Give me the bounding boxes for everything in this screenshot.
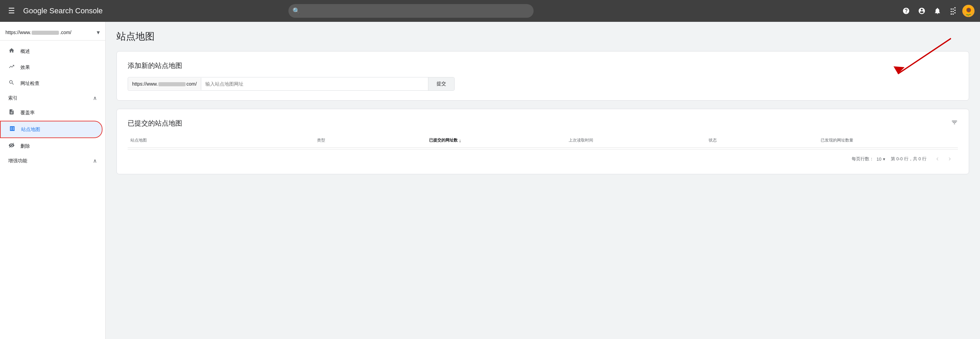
blurred-domain	[158, 82, 186, 86]
topnav: ☰ Google Search Console 🔍 🌻	[0, 0, 980, 22]
col-sitemap: 站点地图	[128, 136, 314, 145]
search-icon	[8, 80, 15, 87]
main-content: 站点地图 添加新的站点地图 https://www.com/ 提交	[105, 22, 980, 339]
layout: https://www..com/ ▾ 概述 效果 网址检查 索引 ∧	[0, 22, 980, 339]
rows-per-page: 每页行数： 10 ▾	[852, 156, 885, 162]
sidebar-item-label-overview: 概述	[21, 48, 30, 54]
enhancements-chevron-icon: ∧	[93, 158, 97, 164]
help-icon[interactable]	[900, 5, 913, 18]
col-type: 类型	[314, 136, 426, 145]
menu-icon[interactable]: ☰	[5, 4, 18, 18]
coverage-icon	[8, 109, 15, 117]
col-submitted-urls[interactable]: 已提交的网址数 ↓	[426, 136, 566, 145]
search-bar: 🔍	[288, 4, 534, 18]
account-icon[interactable]	[915, 5, 928, 18]
pagination-info: 第 0-0 行，共 0 行	[891, 156, 926, 162]
removals-icon	[8, 142, 15, 150]
add-sitemap-card: 添加新的站点地图 https://www.com/ 提交	[116, 51, 969, 101]
sidebar-item-label-url-inspection: 网址检查	[21, 80, 40, 86]
sitemap-input-row: https://www.com/ 提交	[128, 77, 455, 91]
col-discovered-urls: 已发现的网址数量	[818, 136, 958, 145]
avatar[interactable]: 🌻	[962, 5, 975, 17]
sitemap-icon	[9, 125, 16, 133]
index-section-header[interactable]: 索引 ∧	[0, 91, 105, 105]
add-sitemap-title: 添加新的站点地图	[128, 61, 958, 70]
submitted-sitemaps-card: 已提交的站点地图 站点地图 类型 已提交的网址数 ↓ 上次读取时间 状态 已发现…	[116, 109, 969, 174]
sidebar: https://www..com/ ▾ 概述 效果 网址检查 索引 ∧	[0, 22, 105, 339]
search-input[interactable]	[288, 4, 534, 18]
sitemap-url-prefix: https://www.com/	[128, 78, 201, 90]
sidebar-item-url-inspection[interactable]: 网址检查	[0, 75, 102, 91]
sidebar-item-label-performance: 效果	[21, 64, 30, 70]
prev-page-button[interactable]	[932, 154, 943, 165]
submitted-header: 已提交的站点地图	[128, 119, 958, 128]
home-icon	[8, 47, 15, 55]
apps-icon[interactable]	[947, 5, 959, 18]
table-footer: 每页行数： 10 ▾ 第 0-0 行，共 0 行	[128, 149, 958, 165]
topnav-right: 🌻	[900, 5, 975, 18]
app-name: Google Search Console	[23, 6, 103, 15]
sidebar-item-removals[interactable]: 删除	[0, 138, 102, 154]
next-page-button[interactable]	[944, 154, 955, 165]
site-selector[interactable]: https://www..com/ ▾	[0, 24, 105, 41]
sidebar-item-performance[interactable]: 效果	[0, 59, 102, 75]
rows-chevron-icon: ▾	[883, 157, 885, 162]
sitemap-url-input[interactable]	[201, 78, 428, 90]
enhancements-section-header[interactable]: 增强功能 ∧	[0, 154, 105, 168]
sidebar-item-label-removals: 删除	[21, 143, 30, 149]
page-title: 站点地图	[116, 30, 969, 43]
chevron-down-icon: ▾	[97, 29, 100, 36]
sidebar-item-overview[interactable]: 概述	[0, 43, 102, 59]
sidebar-item-coverage[interactable]: 覆盖率	[0, 105, 102, 121]
submit-button[interactable]: 提交	[428, 77, 454, 90]
filter-icon[interactable]	[951, 119, 958, 128]
col-last-read: 上次读取时间	[566, 136, 706, 145]
avatar-emoji: 🌻	[963, 5, 975, 17]
rows-per-page-label: 每页行数：	[852, 156, 874, 162]
site-url: https://www..com/	[5, 30, 97, 35]
app-logo: Google Search Console	[23, 6, 103, 15]
pagination-buttons	[932, 154, 955, 165]
trending-icon	[8, 64, 15, 71]
submitted-sitemaps-title: 已提交的站点地图	[128, 119, 182, 128]
chevron-up-icon: ∧	[93, 95, 97, 101]
search-icon: 🔍	[293, 7, 300, 15]
sidebar-item-label-coverage: 覆盖率	[21, 110, 35, 116]
rows-per-page-value: 10	[877, 157, 881, 162]
sort-arrow-icon: ↓	[459, 138, 461, 143]
enhancements-section-label: 增强功能	[8, 158, 27, 164]
col-status: 状态	[706, 136, 818, 145]
rows-per-page-select[interactable]: 10 ▾	[877, 157, 885, 162]
sidebar-item-sitemaps[interactable]: 站点地图	[0, 121, 102, 138]
sidebar-item-label-sitemaps: 站点地图	[21, 126, 40, 133]
table-header: 站点地图 类型 已提交的网址数 ↓ 上次读取时间 状态 已发现的网址数量	[128, 133, 958, 148]
notifications-icon[interactable]	[931, 5, 944, 18]
index-section-label: 索引	[8, 95, 18, 101]
